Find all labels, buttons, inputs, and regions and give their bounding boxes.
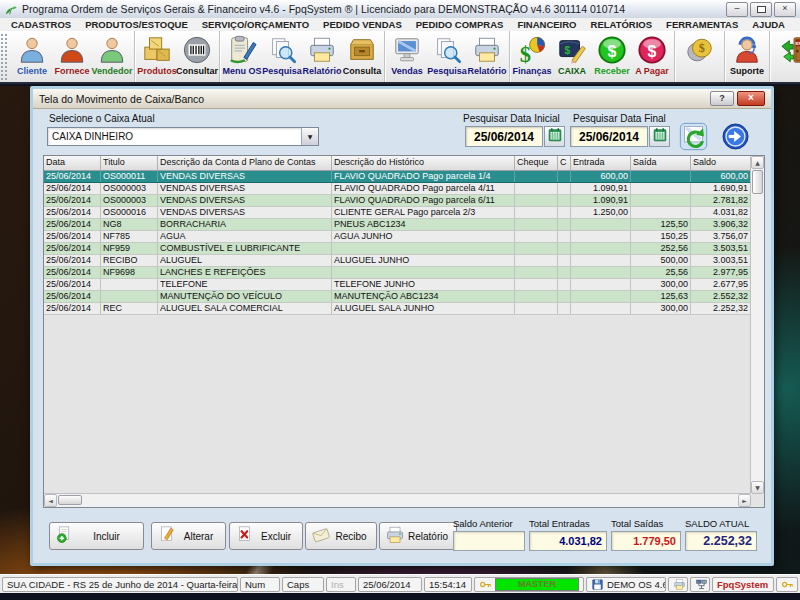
status-panel-num-lock: Num [240, 577, 280, 592]
cell: CLIENTE GERAL Pago parcela 2/3 [332, 207, 515, 218]
excluir-button[interactable]: Excluir [229, 522, 303, 550]
close-button[interactable]: × [774, 2, 796, 17]
cell [631, 207, 691, 218]
calendar-start-button[interactable] [544, 126, 565, 147]
toolbar-button-a-pagar[interactable]: $A Pagar [632, 32, 672, 81]
menu-ferramentas[interactable]: FERRAMENTAS [659, 19, 745, 30]
button-label: Relatório [405, 531, 451, 542]
menu-financeiro[interactable]: FINANCEIRO [510, 19, 583, 30]
refresh-button[interactable] [679, 122, 708, 151]
cell [631, 183, 691, 194]
menu-produtos-estoque[interactable]: PRODUTOS/ESTOQUE [78, 19, 195, 30]
cell: 2.552,32 [691, 291, 751, 302]
table-row[interactable]: 25/06/2014OS000016VENDAS DIVERSASCLIENTE… [44, 207, 751, 219]
table-row[interactable]: 25/06/2014OS000003VENDAS DIVERSASFLAVIO … [44, 183, 751, 195]
table-row[interactable]: 25/06/2014OS000003VENDAS DIVERSASFLAVIO … [44, 195, 751, 207]
cell: 25/06/2014 [44, 171, 101, 182]
toolbar-button-pesquisa[interactable]: Pesquisa [262, 32, 302, 81]
table-row[interactable]: 25/06/2014NG8BORRACHARIAPNEUS ABC1234125… [44, 219, 751, 231]
vertical-scroll-thumb[interactable] [752, 170, 763, 194]
column-header-titulo: Titulo [101, 156, 158, 170]
money-red-icon: $ [637, 34, 667, 66]
scroll-left-arrow-icon[interactable]: ◄ [44, 494, 57, 507]
table-row[interactable]: 25/06/2014MANUTENÇÃO DO VEÍCULOMANUTENÇÃ… [44, 291, 751, 303]
menu-cadastros[interactable]: CADASTROS [4, 19, 78, 30]
toolbar-button-menu-os[interactable]: Menu OS [222, 32, 262, 81]
toolbar-button-exit[interactable]: EXIT [772, 32, 800, 81]
toolbar-button-vendedor[interactable]: Vendedor [92, 32, 132, 81]
alterar-button[interactable]: Alterar [151, 522, 226, 550]
horizontal-scroll-thumb[interactable] [58, 495, 82, 505]
restore-button[interactable] [750, 2, 772, 17]
toolbar-button-consulta[interactable]: Consulta [342, 32, 382, 81]
calendar-end-button[interactable] [649, 126, 670, 147]
menu-ajuda[interactable]: AJUDA [745, 19, 792, 30]
scroll-up-arrow-icon[interactable]: ▲ [751, 156, 764, 169]
toolbar-button-label: A Pagar [635, 66, 669, 76]
toolbar-button-caixa[interactable]: $CAIXA [552, 32, 592, 81]
total-saidas-label: Total Saídas [611, 518, 663, 529]
total-saidas-value: 1.779,50 [611, 531, 681, 551]
vertical-scrollbar[interactable]: ▲ ▼ [750, 156, 764, 494]
cell: BORRACHARIA [158, 219, 332, 230]
cell [631, 195, 691, 206]
dialog-help-button[interactable]: ? [710, 91, 734, 106]
toolbar-button-financas[interactable]: $Finanças [512, 32, 552, 81]
table-row[interactable]: 25/06/2014OS000011VENDAS DIVERSASFLAVIO … [44, 171, 751, 183]
toolbar-button-consultar[interactable]: Consultar [177, 32, 217, 81]
toolbar-button-relatorio[interactable]: Relatório [302, 32, 342, 81]
minimize-button[interactable]: – [726, 2, 748, 17]
cell [515, 171, 558, 182]
cell [571, 303, 631, 314]
date-start-field[interactable]: 25/06/2014 [465, 126, 543, 147]
menu-pedido-vendas[interactable]: PEDIDO VENDAS [316, 19, 409, 30]
combo-dropdown-arrow-icon[interactable]: ▼ [301, 128, 318, 145]
window-controls: – × [726, 2, 796, 17]
cashbook-icon: $ [557, 34, 587, 66]
toolbar-button-fornece[interactable]: Fornece [52, 32, 92, 81]
toolbar-button-label: Consultar [176, 66, 218, 76]
horizontal-scrollbar[interactable]: ◄ ► [44, 493, 751, 507]
cell: MANUTENÇÃO ABC1234 [332, 291, 515, 302]
menu-relatorios[interactable]: RELATÓRIOS [584, 19, 660, 30]
scroll-right-arrow-icon[interactable]: ► [738, 494, 751, 507]
toolbar-button-suporte[interactable]: Suporte [727, 32, 767, 81]
incluir-button[interactable]: Incluir [49, 522, 144, 550]
scroll-down-arrow-icon[interactable]: ▼ [751, 481, 764, 494]
status-panel-time: 15:54:14 [424, 577, 472, 592]
cell [558, 171, 571, 182]
toolbar-group: Suporte [725, 31, 770, 82]
cell: NF9698 [101, 267, 158, 278]
toolbar-button-pesquisa[interactable]: Pesquisa [427, 32, 467, 81]
toolbar-button-vendas[interactable]: Vendas [387, 32, 427, 81]
toolbar-button-relatorio[interactable]: Relatório [467, 32, 507, 81]
finance-icon: $ [517, 34, 547, 66]
toolbar-button-coin[interactable]: $ [677, 32, 722, 81]
menu-servico-orcamento[interactable]: SERVIÇO/ORÇAMENTO [195, 19, 316, 30]
toolbar-button-receber[interactable]: $Receber [592, 32, 632, 81]
table-row[interactable]: 25/06/2014NF959COMBUSTÍVEL E LUBRIFICANT… [44, 243, 751, 255]
table-row[interactable]: 25/06/2014NF785AGUAAGUA JUNHO150,253.756… [44, 231, 751, 243]
table-row[interactable]: 25/06/2014RECIBOALUGUELALUGUEL JUNHO500,… [44, 255, 751, 267]
clipboard-icon [227, 34, 257, 66]
relatorio-button[interactable]: Relatório [379, 522, 457, 550]
cell [558, 183, 571, 194]
search-go-button[interactable] [721, 122, 750, 151]
menu-pedido-compras[interactable]: PEDIDO COMPRAS [409, 19, 511, 30]
table-row[interactable]: 25/06/2014RECALUGUEL SALA COMERCIALALUGU… [44, 303, 751, 315]
caixa-select[interactable]: CAIXA DINHEIRO ▼ [47, 127, 319, 146]
toolbar-button-produtos[interactable]: Produtos [137, 32, 177, 81]
date-end-field[interactable]: 25/06/2014 [570, 126, 648, 147]
toolbar: ClienteForneceVendedorProdutosConsultarM… [0, 31, 800, 84]
toolbar-button-cliente[interactable]: Cliente [12, 32, 52, 81]
dialog-close-button[interactable]: × [737, 91, 765, 106]
status-text: Num [245, 579, 265, 590]
toolbar-button-label: CAIXA [558, 66, 586, 76]
toolbar-group: $ [675, 31, 725, 82]
table-row[interactable]: 25/06/2014NF9698LANCHES E REFEIÇÕES25,56… [44, 267, 751, 279]
table-row[interactable]: 25/06/2014TELEFONETELEFONE JUNHO300,002.… [44, 279, 751, 291]
recibo-button[interactable]: Recibo [305, 522, 377, 550]
cell: NF959 [101, 243, 158, 254]
toolbar-button-label: Finanças [512, 66, 551, 76]
cell [631, 171, 691, 182]
